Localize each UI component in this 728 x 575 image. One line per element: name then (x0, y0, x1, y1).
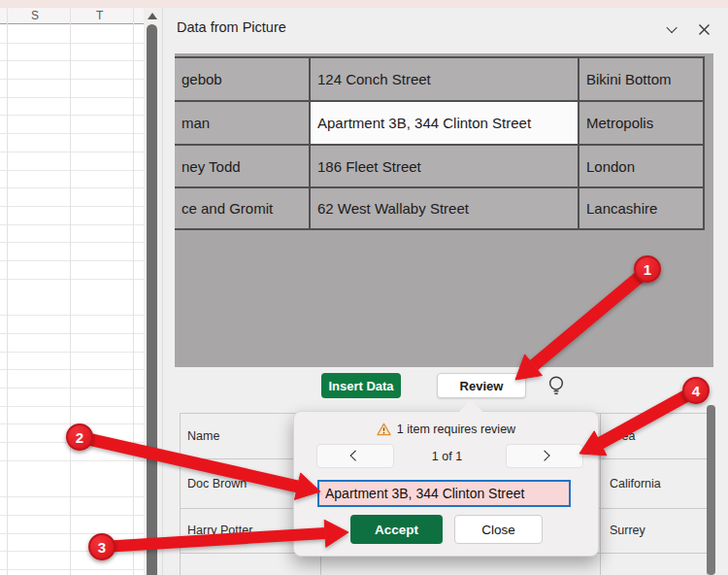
annotation-badge-2: 2 (66, 423, 93, 451)
column-header-s[interactable]: S (31, 9, 39, 22)
tips-button[interactable] (545, 374, 568, 397)
preview-cell: Metropolis (579, 102, 705, 146)
review-popup: 1 item requires review 1 of 1 Accept Clo… (293, 411, 599, 557)
chevron-down-icon (666, 22, 678, 34)
preview-cell: gebob (175, 58, 311, 102)
grid-cell-area[interactable]: California (610, 458, 702, 508)
collapse-pane-button[interactable] (663, 20, 680, 38)
grid-line (7, 8, 8, 575)
next-item-button[interactable] (506, 444, 583, 468)
grid-cell-area[interactable]: Surrey (610, 508, 702, 553)
preview-cell: Lancashire (579, 188, 705, 230)
preview-cell: ce and Gromit (175, 188, 311, 230)
pane-title: Data from Picture (177, 19, 286, 35)
chevron-right-icon (539, 451, 550, 462)
close-pane-button[interactable] (695, 20, 712, 38)
accept-button[interactable]: Accept (350, 515, 443, 544)
previous-item-button[interactable] (316, 444, 394, 468)
annotation-badge-3: 3 (88, 533, 116, 560)
grid-line (180, 413, 181, 575)
results-scrollbar[interactable] (707, 405, 715, 575)
picture-preview: gebob 124 Conch Street Bikini Bottom man… (175, 53, 713, 367)
grid-header-area[interactable]: Area (610, 414, 702, 458)
chevron-left-icon (349, 451, 361, 462)
preview-cell: 186 Fleet Street (311, 146, 579, 188)
column-header-t[interactable]: T (96, 9, 103, 22)
preview-cell: 124 Conch Street (311, 58, 579, 102)
sheet-scrollbar[interactable] (144, 8, 162, 575)
scroll-up-icon[interactable] (148, 13, 157, 19)
scrollbar-thumb[interactable] (147, 24, 157, 575)
annotation-badge-4: 4 (682, 377, 710, 404)
review-text-field[interactable] (317, 480, 571, 507)
preview-cell: Bikini Bottom (579, 58, 705, 102)
preview-cell: ney Todd (175, 146, 311, 188)
column-header-row[interactable]: S T (0, 8, 144, 24)
grid-line (133, 8, 134, 575)
lightbulb-icon (546, 375, 566, 396)
preview-cell: man (175, 102, 311, 146)
sheet-cells[interactable] (0, 25, 144, 575)
warning-icon (377, 423, 391, 436)
window-top-strip (0, 0, 728, 8)
grid-line (600, 413, 601, 575)
spreadsheet-grid[interactable]: S T (0, 8, 144, 575)
close-button[interactable]: Close (454, 515, 543, 544)
preview-cell-highlighted: Apartment 3B, 344 Clinton Street (311, 102, 579, 146)
review-message: 1 item requires review (397, 423, 515, 436)
item-counter: 1 of 1 (391, 444, 503, 468)
close-icon (698, 23, 711, 36)
review-button[interactable]: Review (437, 373, 526, 398)
preview-table: gebob 124 Conch Street Bikini Bottom man… (175, 56, 705, 230)
insert-data-button[interactable]: Insert Data (321, 373, 401, 398)
grid-line (70, 8, 71, 575)
popup-callout-arrow (459, 399, 482, 412)
preview-cell: 62 West Wallaby Street (311, 188, 579, 230)
annotation-badge-1: 1 (634, 255, 661, 283)
preview-cell: London (579, 146, 705, 188)
